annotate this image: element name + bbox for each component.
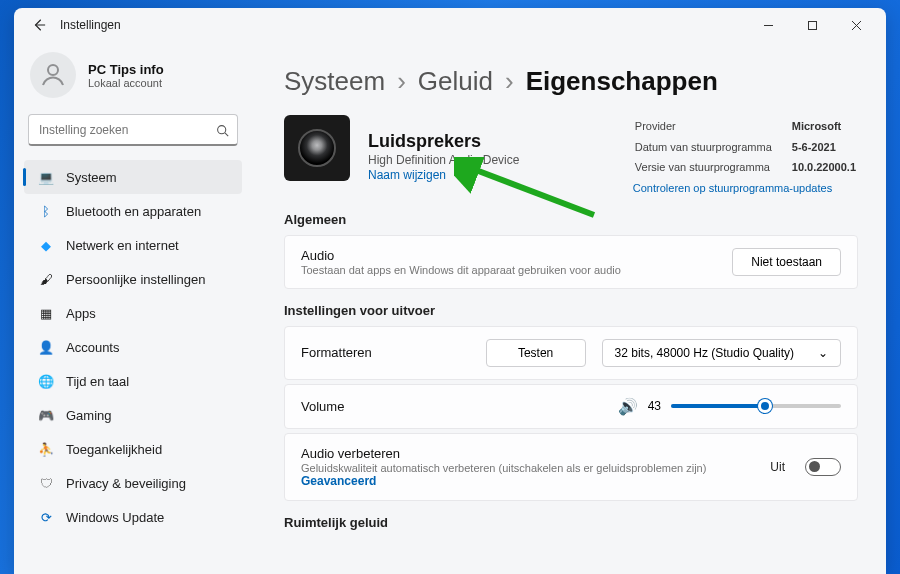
- privacy-icon: 🛡: [38, 476, 54, 491]
- minimize-button[interactable]: [746, 8, 790, 42]
- speaker-icon[interactable]: 🔊: [618, 397, 638, 416]
- personalization-icon: 🖌: [38, 272, 54, 287]
- accessibility-icon: ⛹: [38, 442, 54, 457]
- check-driver-updates-link[interactable]: Controleren op stuurprogramma-updates: [633, 179, 858, 198]
- device-name: Luidsprekers: [368, 131, 615, 152]
- disallow-button[interactable]: Niet toestaan: [732, 248, 841, 276]
- avatar: [30, 52, 76, 98]
- sidebar-item-time-language[interactable]: 🌐Tijd en taal: [24, 364, 242, 398]
- sidebar-item-label: Windows Update: [66, 510, 164, 525]
- profile-block[interactable]: PC Tips info Lokaal account: [18, 48, 248, 114]
- svg-point-5: [218, 126, 226, 134]
- device-speaker-icon: [284, 115, 350, 181]
- format-select[interactable]: 32 bits, 48000 Hz (Studio Quality) ⌄: [602, 339, 841, 367]
- sidebar-item-label: Accounts: [66, 340, 119, 355]
- profile-name: PC Tips info: [88, 62, 164, 77]
- section-spatial: Ruimtelijk geluid: [284, 515, 858, 530]
- windows-update-icon: ⟳: [38, 510, 54, 525]
- audio-allow-card: Audio Toestaan dat apps en Windows dit a…: [284, 235, 858, 289]
- volume-label: Volume: [301, 399, 602, 414]
- back-button[interactable]: [30, 16, 48, 34]
- sidebar-item-network[interactable]: ◆Netwerk en internet: [24, 228, 242, 262]
- sidebar-item-label: Gaming: [66, 408, 112, 423]
- volume-value: 43: [648, 399, 661, 413]
- settings-window: Instellingen PC Tips info Lokaal account: [14, 8, 886, 574]
- chevron-right-icon: ›: [397, 66, 406, 97]
- breadcrumb-sound[interactable]: Geluid: [418, 66, 493, 97]
- accounts-icon: 👤: [38, 340, 54, 355]
- breadcrumb-current: Eigenschappen: [526, 66, 718, 97]
- volume-card: Volume 🔊 43: [284, 384, 858, 429]
- window-title: Instellingen: [60, 18, 121, 32]
- enhance-sub: Geluidskwaliteit automatisch verbeteren …: [301, 462, 754, 474]
- enhance-card[interactable]: Audio verbeteren Geluidskwaliteit automa…: [284, 433, 858, 501]
- profile-account: Lokaal account: [88, 77, 164, 89]
- driver-date-label: Datum van stuurprogramma: [635, 138, 790, 157]
- section-output: Instellingen voor uitvoer: [284, 303, 858, 318]
- search-icon: [216, 123, 229, 141]
- network-icon: ◆: [38, 238, 54, 253]
- provider-label: Provider: [635, 117, 790, 136]
- sidebar-item-system[interactable]: 💻Systeem: [24, 160, 242, 194]
- sidebar-item-label: Apps: [66, 306, 96, 321]
- format-value: 32 bits, 48000 Hz (Studio Quality): [615, 346, 794, 360]
- driver-version-label: Versie van stuurprogramma: [635, 158, 790, 177]
- sidebar-item-bluetooth[interactable]: ᛒBluetooth en apparaten: [24, 194, 242, 228]
- sidebar-item-label: Netwerk en internet: [66, 238, 179, 253]
- svg-line-6: [225, 133, 228, 136]
- sidebar-item-label: Persoonlijke instellingen: [66, 272, 205, 287]
- audio-sub: Toestaan dat apps en Windows dit apparaa…: [301, 264, 716, 276]
- breadcrumb-system[interactable]: Systeem: [284, 66, 385, 97]
- gaming-icon: 🎮: [38, 408, 54, 423]
- sidebar-item-privacy[interactable]: 🛡Privacy & beveiliging: [24, 466, 242, 500]
- sidebar-item-accounts[interactable]: 👤Accounts: [24, 330, 242, 364]
- enhance-toggle[interactable]: [805, 458, 841, 476]
- search-input[interactable]: [28, 114, 238, 146]
- format-label: Formatteren: [301, 345, 470, 360]
- bluetooth-icon: ᛒ: [38, 204, 54, 219]
- section-general: Algemeen: [284, 212, 858, 227]
- sidebar-item-accessibility[interactable]: ⛹Toegankelijkheid: [24, 432, 242, 466]
- search-box[interactable]: [28, 114, 238, 146]
- sidebar-item-label: Privacy & beveiliging: [66, 476, 186, 491]
- driver-version-value: 10.0.22000.1: [792, 158, 856, 177]
- advanced-link[interactable]: Geavanceerd: [301, 474, 754, 488]
- rename-link[interactable]: Naam wijzigen: [368, 168, 615, 182]
- toggle-off-label: Uit: [770, 460, 785, 474]
- system-icon: 💻: [38, 170, 54, 185]
- enhance-title: Audio verbeteren: [301, 446, 754, 461]
- test-button[interactable]: Testen: [486, 339, 586, 367]
- provider-value: Microsoft: [792, 117, 856, 136]
- svg-point-4: [48, 65, 58, 75]
- main-panel: Systeem › Geluid › Eigenschappen Luidspr…: [256, 42, 886, 574]
- sidebar-item-label: Toegankelijkheid: [66, 442, 162, 457]
- chevron-down-icon: ⌄: [818, 346, 828, 360]
- format-card: Formatteren Testen 32 bits, 48000 Hz (St…: [284, 326, 858, 380]
- svg-rect-1: [808, 21, 816, 29]
- sidebar-item-personalization[interactable]: 🖌Persoonlijke instellingen: [24, 262, 242, 296]
- sidebar-item-label: Tijd en taal: [66, 374, 129, 389]
- sidebar-item-label: Bluetooth en apparaten: [66, 204, 201, 219]
- audio-title: Audio: [301, 248, 716, 263]
- sidebar-item-windows-update[interactable]: ⟳Windows Update: [24, 500, 242, 534]
- breadcrumb: Systeem › Geluid › Eigenschappen: [284, 66, 858, 97]
- titlebar: Instellingen: [14, 8, 886, 42]
- device-sub: High Definition Audio Device: [368, 153, 615, 167]
- volume-slider[interactable]: [671, 404, 841, 408]
- driver-date-value: 5-6-2021: [792, 138, 856, 157]
- sidebar-item-gaming[interactable]: 🎮Gaming: [24, 398, 242, 432]
- device-header: Luidsprekers High Definition Audio Devic…: [284, 115, 858, 198]
- sidebar-item-apps[interactable]: ▦Apps: [24, 296, 242, 330]
- driver-info: ProviderMicrosoft Datum van stuurprogram…: [633, 115, 858, 198]
- apps-icon: ▦: [38, 306, 54, 321]
- close-button[interactable]: [834, 8, 878, 42]
- chevron-right-icon: ›: [505, 66, 514, 97]
- time-language-icon: 🌐: [38, 374, 54, 389]
- sidebar-item-label: Systeem: [66, 170, 117, 185]
- maximize-button[interactable]: [790, 8, 834, 42]
- sidebar: PC Tips info Lokaal account 💻Systeem ᛒBl…: [14, 42, 256, 574]
